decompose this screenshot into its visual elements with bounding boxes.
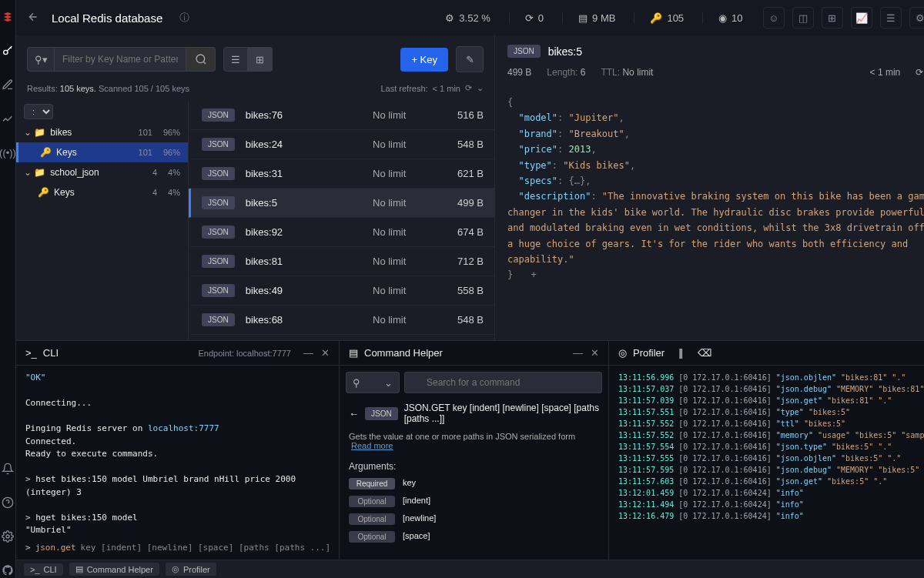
profiler-pause-icon[interactable]: ‖ (678, 347, 684, 359)
helper-read-more-link[interactable]: Read more (351, 441, 393, 450)
stat-keys: 🔑105 (634, 12, 684, 24)
detail-refresh: < 1 min (870, 67, 901, 78)
tree-folder[interactable]: ⌄ 📁school_json44% (16, 162, 188, 182)
helper-args-title: Arguments: (340, 455, 608, 475)
helper-icon: ▤ (349, 347, 358, 359)
key-row[interactable]: JSONbikes:81No limit712 B (189, 247, 494, 276)
results-count: 105 keys. (60, 84, 96, 93)
pubsub-icon[interactable]: ((•)) (0, 145, 15, 160)
svg-point-2 (6, 535, 9, 538)
arg-row: Optional[newline] (340, 510, 608, 528)
cli-close-icon[interactable]: ✕ (321, 347, 330, 359)
key-row[interactable]: JSONbikes:76No limit516 B (189, 101, 494, 130)
tool-icon-3[interactable]: ⊞ (822, 7, 843, 28)
key-list: JSONbikes:76No limit516 BJSONbikes:24No … (189, 101, 494, 340)
arg-row: Optional[space] (340, 528, 608, 546)
key-row[interactable]: JSONbikes:4No limit634 B (189, 335, 494, 340)
cli-icon: >_ (25, 347, 37, 359)
settings-icon[interactable] (0, 529, 15, 544)
key-row[interactable]: JSONbikes:31No limit621 B (189, 159, 494, 189)
tool-icon-1[interactable]: ☺ (763, 7, 785, 28)
add-key-button[interactable]: + Key (400, 48, 448, 72)
detail-size: 499 B (507, 67, 531, 78)
analytics-icon[interactable] (0, 111, 15, 126)
notifications-icon[interactable] (0, 461, 15, 476)
refresh-chevron-icon[interactable]: ⌄ (477, 83, 484, 93)
delimiter-select[interactable]: : (24, 104, 53, 119)
svg-point-3 (196, 55, 205, 63)
bulk-actions-button[interactable]: ✎ (456, 46, 484, 72)
workbench-icon[interactable] (0, 77, 15, 92)
key-row[interactable]: JSONbikes:68No limit548 B (189, 306, 494, 335)
last-refresh-label: Last refresh: (380, 84, 427, 93)
key-browser-icon[interactable] (0, 43, 15, 58)
helper-cmd-syntax: JSON.GET key [indent] [newline] [space] … (404, 403, 599, 424)
helper-cmd-badge: JSON (365, 407, 398, 420)
tab-profiler[interactable]: ◎ Profiler (166, 563, 216, 576)
key-row[interactable]: JSONbikes:92No limit674 B (189, 218, 494, 247)
stat-commands: ⟳0 (509, 12, 544, 24)
detail-key-name: bikes:5 (548, 45, 582, 58)
db-title: Local Redis database (52, 12, 162, 25)
key-row[interactable]: JSONbikes:24No limit548 B (189, 130, 494, 159)
profiler-title: Profiler (633, 347, 665, 359)
stat-memory: ▤9 MB (562, 12, 615, 24)
detail-refresh-icon[interactable]: ⟳ ⌄ (916, 67, 924, 78)
tree-keys-node[interactable]: 🔑Keys44% (16, 182, 188, 202)
gear-icon[interactable]: ⚙ (909, 7, 924, 28)
helper-close-icon[interactable]: ✕ (591, 347, 599, 359)
detail-type-badge: JSON (507, 45, 541, 58)
view-tree-button[interactable]: ⊞ (248, 47, 273, 72)
tab-cli[interactable]: >_ CLI (24, 563, 63, 576)
scanned-text: Scanned 105 / 105 keys (99, 84, 189, 93)
topbar: Local Redis database ⓘ ⚙3.52 % ⟳0 ▤9 MB … (16, 0, 924, 35)
add-field-icon[interactable]: + (531, 267, 536, 282)
svg-point-0 (4, 50, 8, 54)
helper-filter-dropdown[interactable]: ⚲⌄ (346, 372, 400, 393)
profiler-clear-icon[interactable]: ⌫ (698, 347, 711, 359)
tool-icon-5[interactable]: ☰ (880, 7, 902, 28)
arg-row: Requiredkey (340, 475, 608, 493)
helper-search-input[interactable] (404, 372, 602, 393)
filter-type-toggle[interactable]: ⚲▾ (27, 47, 55, 72)
tool-icon-2[interactable]: ◫ (792, 7, 814, 28)
help-icon[interactable] (0, 495, 15, 510)
helper-title: Command Helper (364, 347, 443, 359)
last-refresh-value: < 1 min (433, 84, 460, 93)
helper-desc-text: Gets the value at one or more paths in J… (349, 432, 575, 441)
helper-back-icon[interactable]: ← (349, 408, 359, 419)
cli-minimize-icon[interactable]: — (303, 347, 313, 359)
json-viewer: { "model": "Jupiter",🗑 "brand": "Breakou… (495, 85, 924, 340)
key-row[interactable]: JSONbikes:49No limit558 B (189, 276, 494, 306)
github-icon[interactable] (0, 563, 15, 578)
arg-row: Optional[indent] (340, 493, 608, 510)
tree-folder[interactable]: ⌄ 📁bikes10196% (16, 122, 188, 142)
filter-input[interactable] (55, 47, 186, 72)
search-button[interactable] (186, 47, 216, 72)
refresh-icon[interactable]: ⟳ (465, 83, 472, 93)
tool-icon-4[interactable]: 📈 (851, 7, 872, 28)
cli-endpoint: localhost:7777 (236, 349, 291, 358)
view-list-button[interactable]: ☰ (223, 47, 248, 72)
profiler-icon: ◎ (618, 347, 627, 359)
cli-title: CLI (43, 347, 59, 359)
key-tree: : ⌄ 📁bikes10196%🔑Keys10196%⌄ 📁school_jso… (16, 101, 189, 340)
detail-length: 6 (581, 67, 586, 78)
cli-output: "OK" Connecting... Pinging Redis server … (16, 366, 339, 560)
stat-clients: ◉10 (702, 12, 742, 24)
stat-cpu: ⚙3.52 % (430, 12, 490, 24)
tree-keys-node[interactable]: 🔑Keys10196% (16, 142, 188, 162)
key-row[interactable]: JSONbikes:5No limit499 B (189, 189, 494, 218)
tab-helper[interactable]: ▤ Command Helper (69, 563, 159, 576)
back-button[interactable] (27, 11, 39, 25)
profiler-output: 13:11:56.996 [0 172.17.0.1:60416] "json.… (609, 366, 924, 560)
left-nav: ((•)) (0, 0, 16, 578)
cli-input[interactable] (81, 543, 330, 553)
results-label: Results: (27, 84, 58, 93)
info-icon[interactable]: ⓘ (179, 11, 189, 25)
redis-logo-icon[interactable] (0, 9, 15, 25)
detail-ttl: No limit (622, 67, 653, 78)
helper-minimize-icon[interactable]: — (573, 347, 583, 359)
